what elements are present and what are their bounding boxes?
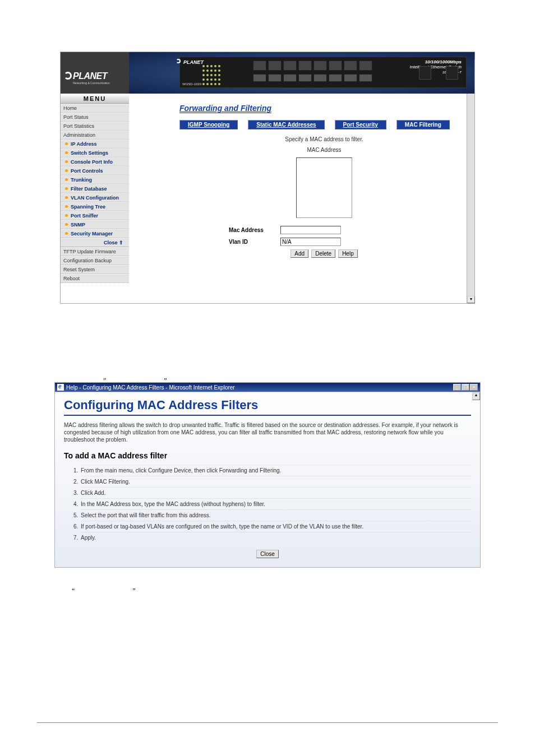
help-step: Apply. — [80, 532, 471, 543]
menu-spanning-tree[interactable]: Spanning Tree — [61, 202, 129, 211]
content: Forwarding and Filtering IGMP Snooping S… — [129, 94, 474, 263]
help-step: Click MAC Filtering. — [80, 476, 471, 487]
main-pane: PLANET WGSD-1020 10/100/1000MbpsIntellig… — [129, 52, 474, 303]
mac-address-input[interactable] — [280, 226, 341, 234]
tab-igmp-snooping[interactable]: IGMP Snooping — [179, 120, 238, 129]
instruction-text: Specify a MAC address to filter. — [179, 136, 469, 142]
menu-reset[interactable]: Reset System — [61, 265, 129, 274]
menu-header: MENU — [61, 94, 129, 104]
menu-ip-address[interactable]: IP Address — [61, 140, 129, 149]
device-brand: PLANET — [183, 59, 204, 65]
menu-trunking[interactable]: Trunking — [61, 175, 129, 184]
mac-address-listbox[interactable] — [296, 157, 352, 218]
gap2: “ ” — [0, 568, 535, 593]
tab-port-security[interactable]: Port Security — [335, 120, 386, 129]
close-window-button[interactable]: × — [470, 384, 478, 391]
menu-port-sniffer[interactable]: Port Sniffer — [61, 211, 129, 220]
menu: Home Port Status Port Statistics Adminis… — [61, 104, 129, 283]
menu-port-controls[interactable]: Port Controls — [61, 166, 129, 175]
menu-port-status[interactable]: Port Status — [61, 113, 129, 122]
mac-address-row: Mac Address — [229, 226, 469, 234]
menu-config[interactable]: Configuration Backup — [61, 256, 129, 265]
device-image: PLANET WGSD-1020 10/100/1000MbpsIntellig… — [129, 52, 474, 94]
device-logo-ring-icon — [176, 59, 181, 63]
menu-snmp[interactable]: SNMP — [61, 220, 129, 229]
tab-bar: IGMP Snooping Static MAC Addresses Port … — [179, 120, 469, 129]
tab-mac-filtering[interactable]: MAC Filtering — [396, 120, 450, 129]
help-scroll-up[interactable]: ▲ — [472, 392, 480, 400]
menu-security-manager[interactable]: Security Manager — [61, 229, 129, 238]
help-heading: Configuring MAC Address Filters — [64, 398, 471, 416]
sidebar: PLANET Networking & Communication MENU H… — [61, 52, 129, 283]
help-step: Select the port that will filter traffic… — [80, 509, 471, 521]
delete-button[interactable]: Delete — [311, 249, 335, 258]
help-steps: From the main menu, click Configure Devi… — [80, 465, 471, 543]
vlan-id-input[interactable] — [280, 238, 341, 246]
menu-reboot[interactable]: Reboot — [61, 274, 129, 283]
help-body: ▲ Configuring MAC Address Filters MAC ad… — [55, 392, 480, 567]
help-intro: MAC address filtering allows the switch … — [64, 421, 471, 443]
list-label: MAC Address — [179, 147, 469, 153]
menu-tftp[interactable]: TFTP Update Firmware — [61, 247, 129, 256]
logo-ring-icon — [64, 72, 72, 80]
menu-console-port-info[interactable]: Console Port Info — [61, 157, 129, 166]
device-model: WGSD-1020 — [182, 82, 201, 86]
window-buttons: _ ❐ × — [453, 384, 478, 391]
help-window-titlebar: Help - Configuring MAC Address Filters -… — [55, 383, 480, 392]
logo: PLANET Networking & Communication — [61, 52, 129, 94]
help-close-row: Close — [64, 550, 471, 558]
help-close-button[interactable]: Close — [256, 550, 279, 558]
mac-address-label: Mac Address — [229, 227, 276, 233]
menu-vlan-config[interactable]: VLAN Configuration — [61, 193, 129, 202]
vlan-id-row: Vlan ID — [229, 238, 469, 246]
ie-icon — [57, 384, 64, 391]
menu-filter-database[interactable]: Filter Database — [61, 184, 129, 193]
help-step: Click Add. — [80, 487, 471, 498]
help-step: If port-based or tag-based VLANs are con… — [80, 521, 471, 532]
add-button[interactable]: Add — [290, 249, 308, 258]
menu-port-statistics[interactable]: Port Statistics — [61, 122, 129, 131]
minimize-button[interactable]: _ — [453, 384, 461, 391]
footer-rule — [37, 722, 498, 723]
help-step: From the main menu, click Configure Devi… — [80, 465, 471, 476]
tab-static-mac[interactable]: Static MAC Addresses — [248, 120, 324, 129]
vlan-id-label: Vlan ID — [229, 239, 276, 245]
help-subheading: To add a MAC address filter — [64, 451, 471, 460]
page-title: Forwarding and Filtering — [179, 104, 271, 113]
maximize-button[interactable]: ❐ — [462, 384, 469, 391]
quote-marks-2: “ ” — [72, 587, 164, 595]
gap1: ” ” — [0, 304, 535, 382]
menu-administration[interactable]: Administration — [61, 131, 129, 140]
scroll-down[interactable]: ▼ — [467, 296, 475, 303]
menu-switch-settings[interactable]: Switch Settings — [61, 149, 129, 157]
help-step: In the MAC Address box, type the MAC add… — [80, 498, 471, 509]
menu-close[interactable]: Close ⇑ — [61, 238, 129, 247]
help-window-screenshot: Help - Configuring MAC Address Filters -… — [54, 382, 481, 568]
logo-sub: Networking & Communication — [73, 81, 110, 85]
help-window-title-text: Help - Configuring MAC Address Filters -… — [66, 384, 235, 391]
help-button[interactable]: Help — [338, 249, 358, 258]
switch-admin-screenshot: ▲ ▼ PLANET Networking & Communication ME… — [60, 52, 475, 304]
logo-text: PLANET — [73, 71, 107, 81]
button-row: Add Delete Help — [179, 249, 469, 258]
menu-home[interactable]: Home — [61, 104, 129, 113]
